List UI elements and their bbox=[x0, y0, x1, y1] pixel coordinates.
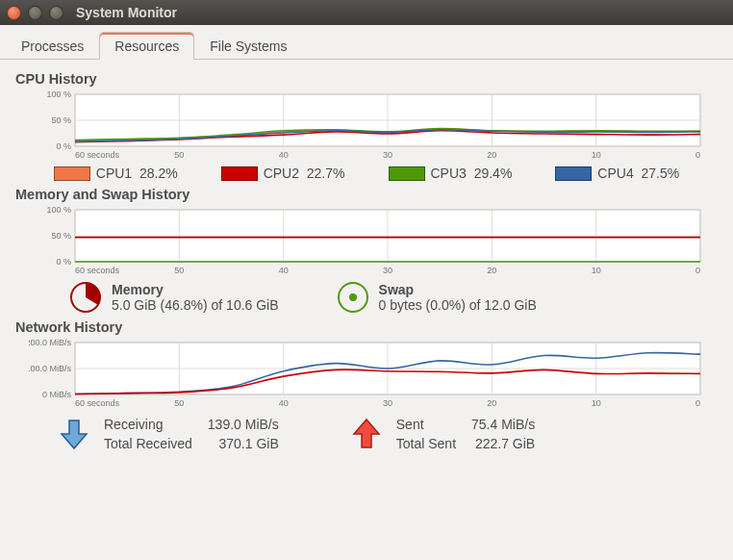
cpu-pct: 29.4% bbox=[474, 165, 513, 181]
svg-point-44 bbox=[349, 293, 357, 301]
svg-text:50: 50 bbox=[174, 398, 184, 408]
svg-text:30: 30 bbox=[383, 398, 392, 408]
cpu-pct: 22.7% bbox=[307, 165, 345, 181]
svg-text:100 %: 100 % bbox=[46, 90, 71, 99]
tab-filesystems[interactable]: File Systems bbox=[194, 32, 302, 60]
cpu-name: CPU4 bbox=[597, 165, 633, 181]
svg-text:30: 30 bbox=[383, 150, 392, 160]
mem-chart: 100 %50 %0 %60 seconds50403020100 bbox=[29, 206, 718, 275]
cpu-name: CPU1 bbox=[96, 165, 132, 181]
svg-text:40: 40 bbox=[279, 150, 289, 160]
cpu-legend: CPU1 28.2%CPU2 22.7%CPU3 29.4%CPU4 27.5% bbox=[12, 165, 721, 181]
tab-resources[interactable]: Resources bbox=[99, 32, 194, 60]
tab-processes[interactable]: Processes bbox=[6, 32, 99, 60]
svg-text:100.0 MiB/s: 100.0 MiB/s bbox=[29, 364, 71, 373]
memory-label: Memory bbox=[112, 282, 279, 297]
svg-text:20: 20 bbox=[487, 266, 496, 275]
net-recv-block: Receiving 139.0 MiB/s Total Received 370… bbox=[60, 414, 294, 454]
svg-text:60 seconds: 60 seconds bbox=[75, 266, 120, 275]
close-icon[interactable] bbox=[7, 6, 21, 20]
svg-text:40: 40 bbox=[279, 398, 289, 408]
svg-text:50 %: 50 % bbox=[51, 231, 71, 241]
svg-text:30: 30 bbox=[383, 266, 392, 275]
cpu-swatch-icon bbox=[555, 166, 592, 181]
recv-label: Receiving bbox=[104, 416, 206, 433]
cpu-legend-item[interactable]: CPU1 28.2% bbox=[54, 165, 178, 181]
svg-text:0: 0 bbox=[695, 150, 700, 160]
cpu-swatch-icon bbox=[221, 166, 258, 181]
svg-marker-67 bbox=[354, 420, 379, 447]
svg-text:60 seconds: 60 seconds bbox=[75, 398, 120, 408]
svg-text:0 %: 0 % bbox=[56, 257, 71, 267]
svg-text:40: 40 bbox=[279, 266, 289, 275]
svg-text:50 %: 50 % bbox=[51, 115, 71, 125]
recv-total: 370.1 GiB bbox=[208, 435, 292, 452]
cpu-pct: 27.5% bbox=[641, 165, 679, 181]
cpu-legend-item[interactable]: CPU2 22.7% bbox=[221, 165, 345, 181]
net-section-title: Network History bbox=[15, 319, 721, 335]
svg-text:50: 50 bbox=[174, 266, 184, 275]
svg-text:0 %: 0 % bbox=[56, 141, 71, 151]
cpu-section-title: CPU History bbox=[15, 71, 721, 87]
cpu-swatch-icon bbox=[389, 166, 425, 181]
cpu-legend-item[interactable]: CPU4 27.5% bbox=[555, 165, 679, 181]
cpu-name: CPU2 bbox=[264, 165, 299, 181]
swap-detail: 0 bytes (0.0%) of 12.0 GiB bbox=[379, 297, 537, 313]
svg-text:100 %: 100 % bbox=[46, 206, 71, 215]
svg-text:20: 20 bbox=[487, 150, 496, 160]
svg-text:10: 10 bbox=[592, 266, 601, 275]
memory-pie-icon bbox=[69, 281, 102, 314]
svg-marker-66 bbox=[62, 420, 87, 448]
svg-text:10: 10 bbox=[592, 398, 601, 408]
net-sent-block: Sent 75.4 MiB/s Total Sent 222.7 GiB bbox=[352, 414, 550, 454]
recv-total-label: Total Received bbox=[104, 435, 206, 452]
download-arrow-icon bbox=[60, 418, 88, 450]
swap-block: Swap 0 bytes (0.0%) of 12.0 GiB bbox=[337, 281, 537, 314]
svg-text:0: 0 bbox=[695, 266, 700, 275]
cpu-pct: 28.2% bbox=[139, 165, 178, 181]
upload-arrow-icon bbox=[352, 418, 381, 450]
sent-label: Sent bbox=[396, 416, 469, 433]
swap-pie-icon bbox=[337, 281, 369, 314]
svg-text:10: 10 bbox=[592, 150, 601, 160]
memory-detail: 5.0 GiB (46.8%) of 10.6 GiB bbox=[112, 297, 279, 313]
resources-panel: CPU History 100 %50 %0 %60 seconds504030… bbox=[0, 60, 733, 464]
cpu-swatch-icon bbox=[54, 166, 90, 181]
recv-rate: 139.0 MiB/s bbox=[208, 416, 292, 433]
sent-rate: 75.4 MiB/s bbox=[471, 416, 548, 433]
svg-text:0: 0 bbox=[695, 398, 700, 408]
maximize-icon[interactable] bbox=[49, 6, 63, 20]
sent-total-label: Total Sent bbox=[396, 435, 469, 452]
svg-text:20: 20 bbox=[487, 398, 496, 408]
net-chart: 200.0 MiB/s100.0 MiB/s0 MiB/s60 seconds5… bbox=[29, 339, 718, 408]
swap-label: Swap bbox=[379, 282, 537, 297]
svg-text:0 MiB/s: 0 MiB/s bbox=[42, 390, 72, 399]
cpu-legend-item[interactable]: CPU3 29.4% bbox=[389, 165, 513, 181]
mem-section-title: Memory and Swap History bbox=[15, 187, 721, 202]
window-titlebar: System Monitor bbox=[0, 0, 733, 25]
net-summary: Receiving 139.0 MiB/s Total Received 370… bbox=[60, 414, 721, 454]
cpu-chart: 100 %50 %0 %60 seconds50403020100 bbox=[29, 90, 718, 160]
cpu-name: CPU3 bbox=[431, 165, 467, 181]
tab-bar: Processes Resources File Systems bbox=[0, 25, 733, 60]
mem-summary: Memory 5.0 GiB (46.8%) of 10.6 GiB Swap … bbox=[69, 281, 721, 314]
svg-text:50: 50 bbox=[174, 150, 184, 160]
window-title: System Monitor bbox=[76, 5, 177, 20]
sent-total: 222.7 GiB bbox=[471, 435, 548, 452]
memory-block: Memory 5.0 GiB (46.8%) of 10.6 GiB bbox=[69, 281, 279, 314]
svg-text:200.0 MiB/s: 200.0 MiB/s bbox=[29, 339, 71, 347]
minimize-icon[interactable] bbox=[28, 6, 42, 20]
svg-text:60 seconds: 60 seconds bbox=[75, 150, 120, 160]
